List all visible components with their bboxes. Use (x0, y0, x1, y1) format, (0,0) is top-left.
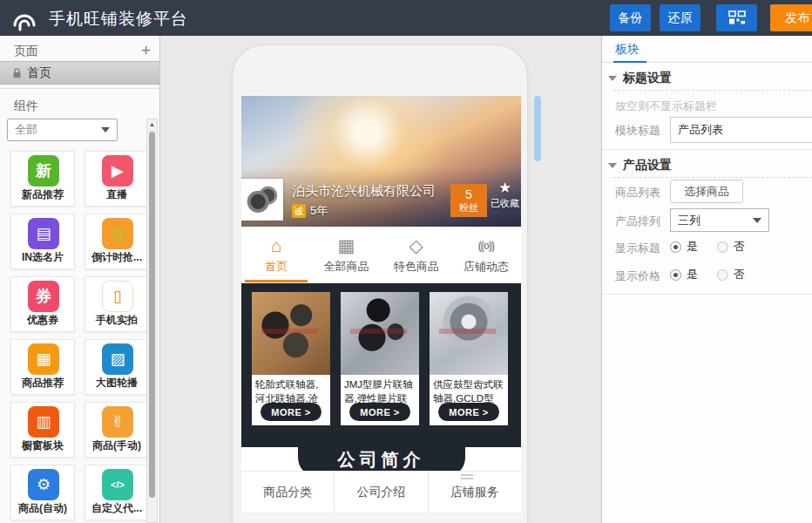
layout-select-value: 三列 (678, 213, 700, 228)
backup-button[interactable]: 备份 (610, 4, 651, 31)
shop-tab-2[interactable]: ◇特色商品 (382, 227, 451, 282)
add-page-button[interactable]: + (141, 40, 151, 61)
radio-no[interactable] (717, 241, 728, 253)
component-item-1[interactable]: ▶直播 (85, 151, 149, 207)
component-filter-select[interactable]: 全部 (7, 119, 118, 141)
choose-product-button[interactable]: 选择商品 (670, 180, 743, 203)
component-label: 优惠券 (11, 313, 74, 328)
product-image (252, 292, 330, 375)
component-icon: ▦ (28, 343, 59, 375)
product-image (430, 292, 508, 375)
show-title-radio-group: 是 否 (670, 239, 745, 255)
shop-tab-0[interactable]: ⌂首页 (241, 227, 311, 282)
favorite-button[interactable]: ★ 已收藏 (489, 180, 521, 210)
component-item-11[interactable]: </>自定义代... (85, 465, 149, 520)
home-page-label: 首页 (27, 65, 51, 81)
more-button[interactable]: MORE > (438, 403, 499, 421)
bottom-nav-item-0[interactable]: 商品分类 (241, 472, 334, 513)
component-item-2[interactable]: ▤IN选名片 (10, 214, 75, 269)
section-title: 产品设置 (623, 158, 672, 173)
company-intro-title: 公司简介 (298, 447, 465, 472)
publish-button[interactable]: 发布 (770, 4, 812, 31)
component-icon: ▯ (102, 281, 133, 312)
component-item-4[interactable]: 券优惠券 (10, 276, 75, 332)
sidebar-item-home[interactable]: 首页 (0, 61, 159, 85)
shop-tab-icon: ◇ (382, 234, 451, 257)
fans-count: 5 (465, 187, 472, 202)
product-caption: 供应鼓型齿式联轴器,GCLD型 (430, 375, 508, 406)
component-label: 橱窗板块 (11, 438, 74, 453)
tab-module[interactable]: 板块 (615, 42, 639, 58)
product-card-1[interactable]: JMJ型膜片联轴器,弹性膜片联MORE > (341, 292, 419, 425)
fans-label: 粉丝 (459, 202, 478, 214)
component-icon: ✌ (102, 406, 133, 438)
bottom-nav: 商品分类公司介绍店铺服务 (241, 471, 521, 513)
bottom-nav-item-1[interactable]: 公司介绍 (334, 472, 427, 513)
component-icon: 券 (28, 281, 59, 312)
fans-badge[interactable]: 5 粉丝 (450, 184, 487, 217)
section-title-settings[interactable]: 标题设置 (608, 71, 672, 86)
component-item-9[interactable]: ✌商品(手动) (85, 402, 149, 458)
product-card-2[interactable]: 供应鼓型齿式联轴器,GCLD型MORE > (430, 292, 508, 425)
shop-tab-1[interactable]: ▦全部商品 (311, 227, 381, 282)
drag-handle-icon[interactable] (461, 474, 473, 476)
qr-code-button[interactable] (716, 4, 757, 31)
component-item-5[interactable]: ▯手机实拍 (85, 276, 149, 332)
shop-tab-3[interactable]: ((o))店铺动态 (451, 227, 521, 282)
divider (602, 149, 812, 150)
product-layout-label: 产品排列 (615, 214, 660, 229)
component-label: 自定义代... (85, 501, 148, 516)
star-icon: ★ (489, 180, 521, 197)
shop-meta: 诚 5年 (292, 203, 328, 219)
section-title: 标题设置 (623, 71, 672, 86)
radio-no[interactable] (717, 269, 728, 281)
more-button[interactable]: MORE > (261, 403, 321, 421)
component-item-3[interactable]: ◷倒计时抢... (85, 214, 149, 269)
product-card-0[interactable]: 轮胎式联轴器,河北联轴器,沧MORE > (252, 292, 330, 425)
component-label: 倒计时抢... (85, 250, 148, 265)
component-label: 商品(自动) (11, 501, 74, 516)
radio-yes-selected[interactable] (670, 269, 681, 281)
phone-preview: 泊头市沧兴机械有限公司 诚 5年 5 粉丝 ★ 已收藏 ⌂首页▦全部商品◇特色商… (233, 45, 527, 523)
shop-tab-label: 店铺动态 (451, 259, 521, 275)
component-label: 商品(手动) (85, 438, 148, 453)
chevron-down-icon (753, 218, 761, 223)
favorited-label: 已收藏 (489, 197, 521, 210)
dashed-divider (613, 90, 812, 91)
more-button[interactable]: MORE > (349, 403, 410, 421)
module-title-input[interactable] (670, 117, 812, 143)
module-title-label: 模块标题 (615, 123, 660, 139)
restore-button[interactable]: 还原 (660, 4, 700, 31)
settings-panel: 板块 标题设置 放空则不显示标题栏 模块标题 产品设置 商品列表 选择商品 产品… (601, 36, 812, 523)
chevron-down-icon (608, 163, 617, 168)
section-product-settings[interactable]: 产品设置 (608, 158, 672, 173)
scroll-up-icon[interactable]: ▲ (148, 121, 156, 127)
component-label: 大图轮播 (85, 376, 148, 391)
product-caption: JMJ型膜片联轴器,弹性膜片联 (341, 375, 419, 406)
show-price-label: 显示价格 (615, 268, 660, 284)
sidebar-scrollbar[interactable]: ▲ (146, 119, 158, 523)
component-item-0[interactable]: 新新品推荐 (10, 151, 75, 207)
component-item-10[interactable]: ⚙商品(自动) (10, 465, 75, 520)
component-icon: ◷ (102, 218, 133, 249)
preview-scrollbar[interactable] (534, 96, 541, 161)
title-hint: 放空则不显示标题栏 (615, 98, 717, 114)
component-label: 手机实拍 (85, 313, 148, 328)
product-section: 轮胎式联轴器,河北联轴器,沧MORE >JMJ型膜片联轴器,弹性膜片联MORE … (241, 283, 521, 447)
shop-name: 泊头市沧兴机械有限公司 (292, 183, 436, 200)
tab-underline (613, 61, 646, 63)
scrollbar-thumb[interactable] (149, 132, 155, 498)
shop-tabbar: ⌂首页▦全部商品◇特色商品((o))店铺动态 (241, 227, 521, 283)
shop-years: 5年 (310, 203, 328, 219)
component-icon: ▥ (28, 406, 59, 438)
radio-yes-selected[interactable] (670, 241, 681, 253)
components-title: 组件 (14, 98, 38, 114)
component-item-7[interactable]: ▨大图轮播 (85, 339, 149, 395)
component-icon: </> (102, 469, 133, 500)
bottom-nav-item-2[interactable]: 店铺服务 (428, 472, 521, 513)
component-item-8[interactable]: ▥橱窗板块 (10, 402, 75, 458)
radio-no-label: 否 (734, 239, 745, 255)
layout-select[interactable]: 三列 (670, 208, 769, 232)
chevron-down-icon (101, 127, 110, 132)
component-item-6[interactable]: ▦商品推荐 (10, 339, 75, 395)
